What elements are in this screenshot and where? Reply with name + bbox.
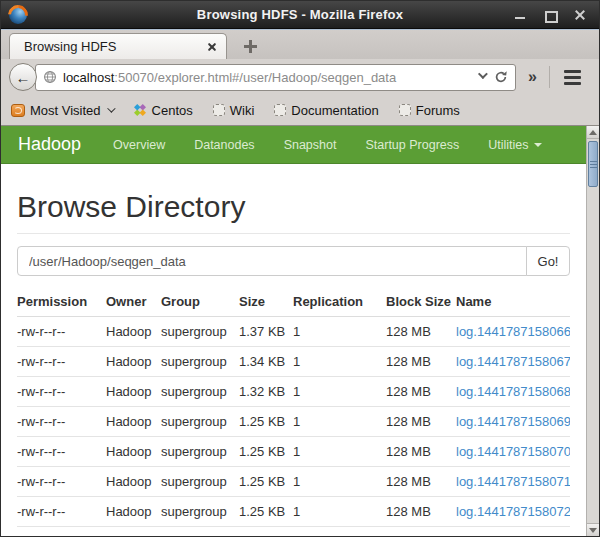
nav-datanodes[interactable]: Datanodes [194, 138, 254, 152]
overflow-chevrons-icon[interactable]: » [516, 68, 549, 86]
file-link[interactable]: log.1441787158069 [456, 414, 570, 429]
column-header-group: Group [161, 286, 239, 317]
file-listing-table: PermissionOwnerGroupSizeReplicationBlock… [17, 286, 570, 527]
file-link[interactable]: log.1441787158068 [456, 384, 570, 399]
bookmark-label: Centos [152, 103, 193, 118]
cell-owner: Hadoop [106, 497, 161, 527]
firefox-window: Browsing HDFS - Mozilla Firefox Browsing… [0, 0, 600, 537]
bookmark-wiki[interactable]: Wiki [213, 103, 255, 118]
reload-icon[interactable] [494, 70, 508, 84]
column-header-permission: Permission [17, 286, 106, 317]
cell-block-size: 128 MB [386, 437, 456, 467]
cell-group: supergroup [161, 467, 239, 497]
scroll-down-button[interactable] [587, 523, 599, 536]
cell-block-size: 128 MB [386, 467, 456, 497]
cell-permission: -rw-r--r-- [17, 437, 106, 467]
chevron-down-icon [107, 104, 115, 112]
nav-startup-progress[interactable]: Startup Progress [365, 138, 459, 152]
cell-owner: Hadoop [106, 467, 161, 497]
file-table-body: -rw-r--r--Hadoopsupergroup1.37 KB1128 MB… [17, 317, 570, 527]
column-header-name: Name [456, 286, 570, 317]
cell-size: 1.25 KB [239, 437, 293, 467]
page-title: Browse Directory [17, 190, 570, 223]
cell-size: 1.25 KB [239, 407, 293, 437]
bookmark-most-visited[interactable]: Most Visited [11, 103, 113, 118]
scroll-up-button[interactable] [587, 126, 599, 139]
bookmark-placeholder-icon [399, 104, 411, 116]
hadoop-brand[interactable]: Hadoop [18, 134, 81, 155]
cell-permission: -rw-r--r-- [17, 407, 106, 437]
cell-block-size: 128 MB [386, 347, 456, 377]
cell-permission: -rw-r--r-- [17, 347, 106, 377]
nav-overview[interactable]: Overview [113, 138, 165, 152]
minimize-icon[interactable] [513, 8, 527, 22]
hadoop-nav-items: Overview Datanodes Snapshot Startup Prog… [113, 138, 541, 152]
bookmark-forums[interactable]: Forums [399, 103, 460, 118]
url-host: localhost [63, 70, 114, 85]
table-row: -rw-r--r--Hadoopsupergroup1.32 KB1128 MB… [17, 377, 570, 407]
file-link[interactable]: log.1441787158066 [456, 324, 570, 339]
cell-replication: 1 [293, 347, 386, 377]
cell-block-size: 128 MB [386, 497, 456, 527]
bookmark-centos[interactable]: Centos [133, 103, 193, 118]
table-row: -rw-r--r--Hadoopsupergroup1.25 KB1128 MB… [17, 437, 570, 467]
table-row: -rw-r--r--Hadoopsupergroup1.25 KB1128 MB… [17, 497, 570, 527]
hamburger-menu-icon[interactable] [550, 70, 589, 85]
file-link[interactable]: log.1441787158070 [456, 444, 570, 459]
bookmark-documentation[interactable]: Documentation [274, 103, 378, 118]
cell-permission: -rw-r--r-- [17, 467, 106, 497]
maximize-icon[interactable] [543, 8, 557, 22]
tab-browsing-hdfs[interactable]: Browsing HDFS [9, 33, 227, 59]
file-link[interactable]: log.1441787158071 [456, 474, 570, 489]
new-tab-button[interactable] [239, 36, 261, 56]
tab-close-icon[interactable] [206, 41, 218, 53]
cell-name: log.1441787158072 [456, 497, 570, 527]
hdfs-explorer-page: Hadoop Overview Datanodes Snapshot Start… [1, 126, 586, 536]
cell-permission: -rw-r--r-- [17, 497, 106, 527]
go-button[interactable]: Go! [526, 246, 570, 276]
column-header-size: Size [239, 286, 293, 317]
tab-title: Browsing HDFS [24, 39, 200, 54]
cell-name: log.1441787158071 [456, 467, 570, 497]
hadoop-navbar: Hadoop Overview Datanodes Snapshot Start… [1, 126, 586, 164]
cell-replication: 1 [293, 407, 386, 437]
file-link[interactable]: log.1441787158072 [456, 504, 570, 519]
cell-block-size: 128 MB [386, 407, 456, 437]
url-text: localhost:50070/explorer.html#/user/Hado… [63, 70, 470, 85]
cell-size: 1.25 KB [239, 467, 293, 497]
cell-replication: 1 [293, 377, 386, 407]
column-header-owner: Owner [106, 286, 161, 317]
cell-size: 1.37 KB [239, 317, 293, 347]
cell-size: 1.34 KB [239, 347, 293, 377]
file-link[interactable]: log.1441787158067 [456, 354, 570, 369]
table-header-row: PermissionOwnerGroupSizeReplicationBlock… [17, 286, 570, 317]
url-bar[interactable]: localhost:50070/explorer.html#/user/Hado… [35, 64, 516, 91]
history-folder-icon [11, 104, 25, 117]
cell-replication: 1 [293, 497, 386, 527]
url-dropdown-icon[interactable] [478, 69, 488, 79]
cell-name: log.1441787158067 [456, 347, 570, 377]
table-row: -rw-r--r--Hadoopsupergroup1.37 KB1128 MB… [17, 317, 570, 347]
nav-utilities[interactable]: Utilities [488, 138, 541, 152]
bookmark-label: Most Visited [30, 103, 101, 118]
cell-owner: Hadoop [106, 317, 161, 347]
heading-divider [17, 233, 570, 234]
cell-size: 1.32 KB [239, 377, 293, 407]
back-arrow-icon: ← [16, 69, 31, 86]
tab-bar: Browsing HDFS [1, 29, 599, 59]
path-form: Go! [17, 246, 570, 276]
nav-snapshot[interactable]: Snapshot [284, 138, 337, 152]
cell-name: log.1441787158069 [456, 407, 570, 437]
cell-group: supergroup [161, 437, 239, 467]
directory-path-input[interactable] [17, 246, 527, 276]
cell-name: log.1441787158066 [456, 317, 570, 347]
url-path: :50070/explorer.html#/user/Hadoop/seqgen… [114, 70, 396, 85]
close-icon[interactable] [573, 8, 587, 22]
vertical-scrollbar[interactable] [586, 126, 599, 536]
back-button[interactable]: ← [9, 63, 37, 91]
cell-owner: Hadoop [106, 347, 161, 377]
centos-logo-icon [133, 103, 147, 117]
scrollbar-thumb[interactable] [588, 141, 598, 187]
cell-owner: Hadoop [106, 407, 161, 437]
arrow-down-icon [589, 528, 597, 533]
